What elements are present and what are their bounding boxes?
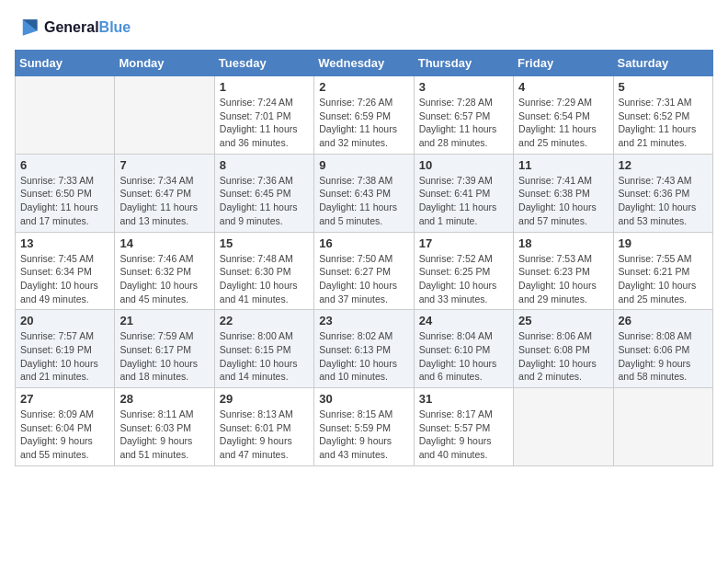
calendar-cell: 7Sunrise: 7:34 AM Sunset: 6:47 PM Daylig… — [115, 154, 214, 232]
day-number: 10 — [419, 158, 508, 172]
calendar-cell: 28Sunrise: 8:11 AM Sunset: 6:03 PM Dayli… — [115, 388, 214, 466]
day-detail: Sunrise: 7:29 AM Sunset: 6:54 PM Dayligh… — [518, 96, 608, 150]
day-number: 27 — [20, 392, 109, 406]
calendar-cell: 12Sunrise: 7:43 AM Sunset: 6:36 PM Dayli… — [613, 154, 712, 232]
day-number: 3 — [419, 80, 508, 94]
day-detail: Sunrise: 7:31 AM Sunset: 6:52 PM Dayligh… — [619, 96, 708, 150]
calendar-week-row: 20Sunrise: 7:57 AM Sunset: 6:19 PM Dayli… — [16, 310, 713, 388]
calendar-cell: 19Sunrise: 7:55 AM Sunset: 6:21 PM Dayli… — [613, 232, 712, 310]
calendar-cell: 30Sunrise: 8:15 AM Sunset: 5:59 PM Dayli… — [314, 388, 414, 466]
calendar-cell: 3Sunrise: 7:28 AM Sunset: 6:57 PM Daylig… — [414, 76, 513, 155]
day-number: 1 — [220, 80, 309, 94]
calendar-week-row: 6Sunrise: 7:33 AM Sunset: 6:50 PM Daylig… — [16, 154, 713, 232]
day-detail: Sunrise: 8:08 AM Sunset: 6:06 PM Dayligh… — [619, 329, 708, 384]
calendar-cell: 9Sunrise: 7:38 AM Sunset: 6:43 PM Daylig… — [314, 154, 414, 232]
day-detail: Sunrise: 8:04 AM Sunset: 6:10 PM Dayligh… — [419, 329, 508, 384]
day-number: 9 — [319, 158, 408, 172]
calendar-cell: 14Sunrise: 7:46 AM Sunset: 6:32 PM Dayli… — [115, 232, 214, 310]
header-thursday: Thursday — [414, 51, 513, 76]
calendar-cell: 15Sunrise: 7:48 AM Sunset: 6:30 PM Dayli… — [214, 232, 313, 310]
day-detail: Sunrise: 8:17 AM Sunset: 5:57 PM Dayligh… — [419, 408, 508, 462]
calendar-cell: 21Sunrise: 7:59 AM Sunset: 6:17 PM Dayli… — [115, 310, 214, 388]
day-detail: Sunrise: 7:45 AM Sunset: 6:34 PM Dayligh… — [20, 252, 109, 306]
day-number: 17 — [419, 236, 508, 250]
day-detail: Sunrise: 7:39 AM Sunset: 6:41 PM Dayligh… — [419, 174, 508, 228]
calendar-cell: 16Sunrise: 7:50 AM Sunset: 6:27 PM Dayli… — [314, 232, 414, 310]
calendar-cell: 17Sunrise: 7:52 AM Sunset: 6:25 PM Dayli… — [414, 232, 513, 310]
day-detail: Sunrise: 8:09 AM Sunset: 6:04 PM Dayligh… — [20, 408, 109, 462]
day-detail: Sunrise: 7:52 AM Sunset: 6:25 PM Dayligh… — [419, 252, 508, 306]
day-number: 30 — [319, 392, 408, 406]
calendar-cell: 20Sunrise: 7:57 AM Sunset: 6:19 PM Dayli… — [16, 310, 115, 388]
calendar-cell: 10Sunrise: 7:39 AM Sunset: 6:41 PM Dayli… — [414, 154, 513, 232]
day-number: 11 — [518, 158, 608, 172]
day-detail: Sunrise: 7:34 AM Sunset: 6:47 PM Dayligh… — [119, 174, 209, 228]
logo: GeneralBlue — [15, 15, 131, 40]
calendar-cell: 5Sunrise: 7:31 AM Sunset: 6:52 PM Daylig… — [613, 76, 712, 155]
day-number: 26 — [619, 314, 708, 327]
day-detail: Sunrise: 7:57 AM Sunset: 6:19 PM Dayligh… — [20, 329, 109, 384]
calendar-cell: 4Sunrise: 7:29 AM Sunset: 6:54 PM Daylig… — [514, 76, 613, 155]
day-detail: Sunrise: 7:41 AM Sunset: 6:38 PM Dayligh… — [518, 174, 608, 228]
calendar-cell — [115, 76, 214, 155]
calendar-cell — [613, 388, 712, 466]
day-number: 6 — [20, 158, 109, 172]
day-number: 14 — [119, 236, 209, 250]
calendar-cell: 1Sunrise: 7:24 AM Sunset: 7:01 PM Daylig… — [214, 76, 313, 155]
calendar-cell: 29Sunrise: 8:13 AM Sunset: 6:01 PM Dayli… — [214, 388, 313, 466]
day-detail: Sunrise: 7:48 AM Sunset: 6:30 PM Dayligh… — [220, 252, 309, 306]
day-detail: Sunrise: 7:59 AM Sunset: 6:17 PM Dayligh… — [119, 329, 209, 384]
day-number: 15 — [220, 236, 309, 250]
day-number: 16 — [319, 236, 408, 250]
calendar-cell: 24Sunrise: 8:04 AM Sunset: 6:10 PM Dayli… — [414, 310, 513, 388]
calendar-cell: 23Sunrise: 8:02 AM Sunset: 6:13 PM Dayli… — [314, 310, 414, 388]
day-detail: Sunrise: 7:28 AM Sunset: 6:57 PM Dayligh… — [419, 96, 508, 150]
day-number: 8 — [220, 158, 309, 172]
header-tuesday: Tuesday — [214, 51, 313, 76]
day-detail: Sunrise: 7:24 AM Sunset: 7:01 PM Dayligh… — [220, 96, 309, 150]
day-detail: Sunrise: 7:38 AM Sunset: 6:43 PM Dayligh… — [319, 174, 408, 228]
calendar-cell: 31Sunrise: 8:17 AM Sunset: 5:57 PM Dayli… — [414, 388, 513, 466]
page-header: GeneralBlue — [15, 15, 713, 40]
header-sunday: Sunday — [16, 51, 115, 76]
calendar-cell — [514, 388, 613, 466]
day-number: 18 — [518, 236, 608, 250]
day-number: 24 — [419, 314, 508, 327]
header-wednesday: Wednesday — [314, 51, 414, 76]
calendar-header-row: SundayMondayTuesdayWednesdayThursdayFrid… — [16, 51, 713, 76]
calendar-cell: 6Sunrise: 7:33 AM Sunset: 6:50 PM Daylig… — [16, 154, 115, 232]
day-number: 23 — [319, 314, 408, 327]
calendar-cell: 2Sunrise: 7:26 AM Sunset: 6:59 PM Daylig… — [314, 76, 414, 155]
day-detail: Sunrise: 8:06 AM Sunset: 6:08 PM Dayligh… — [518, 329, 608, 384]
day-detail: Sunrise: 8:00 AM Sunset: 6:15 PM Dayligh… — [220, 329, 309, 384]
logo-text: GeneralBlue — [44, 19, 131, 36]
day-number: 19 — [619, 236, 708, 250]
header-saturday: Saturday — [613, 51, 712, 76]
calendar-cell: 8Sunrise: 7:36 AM Sunset: 6:45 PM Daylig… — [214, 154, 313, 232]
day-number: 13 — [20, 236, 109, 250]
calendar-table: SundayMondayTuesdayWednesdayThursdayFrid… — [15, 50, 713, 466]
day-number: 7 — [119, 158, 209, 172]
calendar-cell — [16, 76, 115, 155]
day-number: 28 — [119, 392, 209, 406]
calendar-cell: 13Sunrise: 7:45 AM Sunset: 6:34 PM Dayli… — [16, 232, 115, 310]
day-detail: Sunrise: 8:02 AM Sunset: 6:13 PM Dayligh… — [319, 329, 408, 384]
calendar-cell: 11Sunrise: 7:41 AM Sunset: 6:38 PM Dayli… — [514, 154, 613, 232]
logo-icon — [15, 15, 40, 40]
day-detail: Sunrise: 7:36 AM Sunset: 6:45 PM Dayligh… — [220, 174, 309, 228]
calendar-week-row: 1Sunrise: 7:24 AM Sunset: 7:01 PM Daylig… — [16, 76, 713, 155]
day-detail: Sunrise: 7:55 AM Sunset: 6:21 PM Dayligh… — [619, 252, 708, 306]
day-detail: Sunrise: 8:11 AM Sunset: 6:03 PM Dayligh… — [119, 408, 209, 462]
calendar-cell: 26Sunrise: 8:08 AM Sunset: 6:06 PM Dayli… — [613, 310, 712, 388]
day-number: 2 — [319, 80, 408, 94]
day-number: 22 — [220, 314, 309, 327]
day-number: 5 — [619, 80, 708, 94]
day-detail: Sunrise: 7:53 AM Sunset: 6:23 PM Dayligh… — [518, 252, 608, 306]
day-number: 12 — [619, 158, 708, 172]
header-friday: Friday — [514, 51, 613, 76]
calendar-cell: 25Sunrise: 8:06 AM Sunset: 6:08 PM Dayli… — [514, 310, 613, 388]
day-number: 21 — [119, 314, 209, 327]
day-detail: Sunrise: 7:33 AM Sunset: 6:50 PM Dayligh… — [20, 174, 109, 228]
day-number: 20 — [20, 314, 109, 327]
calendar-cell: 18Sunrise: 7:53 AM Sunset: 6:23 PM Dayli… — [514, 232, 613, 310]
